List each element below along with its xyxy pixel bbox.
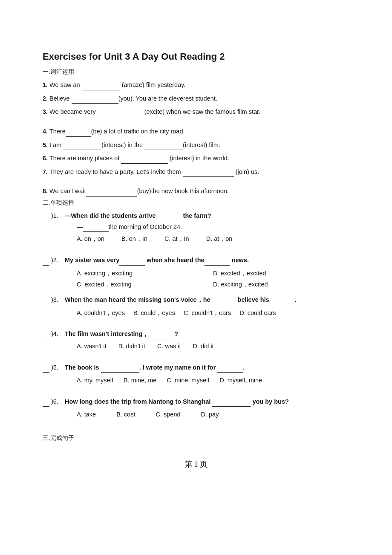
- section2-header: 二.单项选择: [43, 199, 349, 207]
- page-footer: 第 1 页: [43, 459, 349, 469]
- mc-item-6: )6. How long does the trip from Nantong …: [43, 396, 349, 420]
- mc-item-4: )4. The film wasn't interesting， ? A. wa…: [43, 328, 349, 351]
- section3-header: 三.完成句子: [43, 434, 349, 442]
- exercise-item-3: 3. We became very (excite) when we saw t…: [43, 106, 349, 117]
- mc-item-1: )1. —When did the students arrive the fa…: [43, 210, 349, 244]
- page-title: Exercises for Unit 3 A Day Out Reading 2: [43, 51, 349, 62]
- exercise-item-4: 4. There (be) a lot of traffic on the ci…: [43, 126, 349, 137]
- mc-item-5: )5. The book is . I wrote my name on it …: [43, 362, 349, 386]
- section1-header: 一.词汇运用: [43, 68, 349, 76]
- exercise-item-8: 8. We can't wait (buy)the new book this …: [43, 185, 349, 197]
- mc-item-2: )2. My sister was very when she heard th…: [43, 254, 349, 290]
- exercise-item-7: 7. They are ready to have a party. Let's…: [43, 166, 349, 177]
- exercise-item-6: 6. There are many places of (interest) i…: [43, 153, 349, 164]
- exercise-item-5: 5. I am (interest) in the (interest) fil…: [43, 139, 349, 150]
- exercise-item-1: 1. We saw an (amaze) film yesterday.: [43, 79, 349, 90]
- exercise-item-2: 2. Believe (you). You are the cleverest …: [43, 93, 349, 104]
- mc-item-3: )3. When the man heard the missing son's…: [43, 294, 349, 318]
